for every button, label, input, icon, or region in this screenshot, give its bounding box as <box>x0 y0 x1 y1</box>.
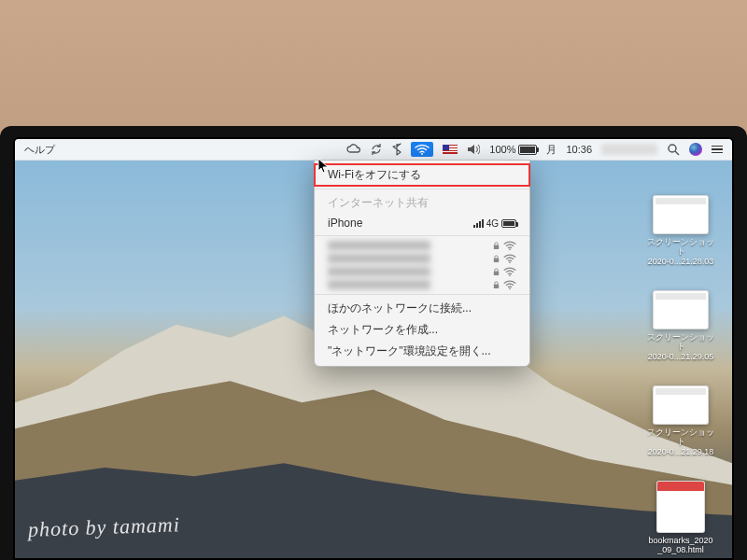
sync-icon[interactable] <box>370 143 383 156</box>
hotspot-signal-label: 4G <box>486 218 499 229</box>
wifi-open-prefs-item[interactable]: "ネットワーク"環境設定を開く... <box>315 341 529 362</box>
svg-point-1 <box>669 145 676 152</box>
spotlight-icon[interactable] <box>667 143 680 156</box>
desktop-file-screenshot[interactable]: スクリーンショット2020-0...21.28.03 <box>644 195 717 266</box>
wifi-internet-sharing-header: インターネット共有 <box>315 192 529 214</box>
lock-icon <box>492 255 500 263</box>
battery-icon <box>518 145 537 155</box>
svg-point-10 <box>509 287 511 289</box>
screenshot-thumbnail-icon <box>653 195 709 234</box>
svg-rect-5 <box>494 258 499 262</box>
wifi-signal-icon <box>503 254 516 263</box>
hotspot-name: iPhone <box>328 217 362 230</box>
battery-status[interactable]: 100% <box>489 144 537 155</box>
wifi-signal-icon <box>503 267 516 276</box>
svg-rect-9 <box>494 284 499 288</box>
svg-point-8 <box>509 274 511 276</box>
volume-icon[interactable] <box>467 144 480 155</box>
desktop-file-screenshot[interactable]: スクリーンショット2020-0...21.29.18 <box>644 385 717 456</box>
laptop-frame: ヘルプ 100% 月 10:36 <box>0 126 747 560</box>
redacted-ssid <box>328 241 430 250</box>
wifi-signal-icon <box>503 241 516 250</box>
signal-bars-icon <box>473 219 484 228</box>
mouse-cursor-icon <box>317 158 331 175</box>
clock-day[interactable]: 月 <box>546 143 557 157</box>
lock-icon <box>492 281 500 289</box>
desktop-icons-column: スクリーンショット2020-0...21.28.03 スクリーンショット2020… <box>644 195 717 558</box>
wifi-hotspot-iphone[interactable]: iPhone 4G <box>315 214 529 232</box>
redacted-menu-item <box>601 144 657 155</box>
wifi-icon[interactable] <box>411 142 433 157</box>
wifi-turn-off-item[interactable]: Wi-Fiをオフにする <box>315 164 529 186</box>
wifi-network-item[interactable] <box>315 239 529 252</box>
menu-bar: ヘルプ 100% 月 10:36 <box>15 139 732 161</box>
html-file-icon <box>656 481 705 533</box>
lock-icon <box>492 268 500 276</box>
wifi-signal-icon <box>503 280 516 289</box>
wifi-create-network-item[interactable]: ネットワークを作成... <box>315 319 529 341</box>
wifi-network-item[interactable] <box>315 265 529 278</box>
menu-separator <box>315 294 529 295</box>
battery-percent-label: 100% <box>489 144 515 155</box>
bluetooth-icon[interactable] <box>392 143 402 156</box>
wifi-join-other-item[interactable]: ほかのネットワークに接続... <box>315 298 529 319</box>
menu-separator <box>315 189 529 189</box>
wifi-network-item[interactable] <box>315 278 529 291</box>
svg-point-0 <box>421 153 423 155</box>
desktop-file-html[interactable]: bookmarks_2020_09_08.html <box>644 481 717 555</box>
desktop-wallpaper[interactable]: ヘルプ 100% 月 10:36 <box>15 139 732 558</box>
redacted-ssid <box>328 280 430 289</box>
svg-point-6 <box>509 261 511 263</box>
screen-bezel: ヘルプ 100% 月 10:36 <box>13 137 734 560</box>
wifi-network-item[interactable] <box>315 252 529 265</box>
input-source-flag[interactable] <box>443 145 458 154</box>
clock-time[interactable]: 10:36 <box>566 144 592 155</box>
screenshot-thumbnail-icon <box>653 290 709 329</box>
menu-help[interactable]: ヘルプ <box>15 143 55 157</box>
svg-rect-3 <box>494 245 499 249</box>
menu-separator <box>315 235 529 236</box>
lock-icon <box>492 242 500 250</box>
notification-center-icon[interactable] <box>712 146 723 154</box>
siri-icon[interactable] <box>689 143 702 156</box>
desktop-file-screenshot[interactable]: スクリーンショット2020-0...21.29.05 <box>644 290 717 361</box>
svg-point-4 <box>509 248 511 250</box>
svg-rect-7 <box>494 271 499 275</box>
wifi-menu-dropdown: Wi-Fiをオフにする インターネット共有 iPhone 4G <box>314 160 530 367</box>
redacted-ssid <box>328 254 430 263</box>
creative-cloud-icon[interactable] <box>345 144 360 155</box>
hotspot-battery-icon <box>501 219 516 228</box>
svg-line-2 <box>675 151 679 155</box>
redacted-ssid <box>328 267 430 276</box>
screenshot-thumbnail-icon <box>653 385 709 425</box>
